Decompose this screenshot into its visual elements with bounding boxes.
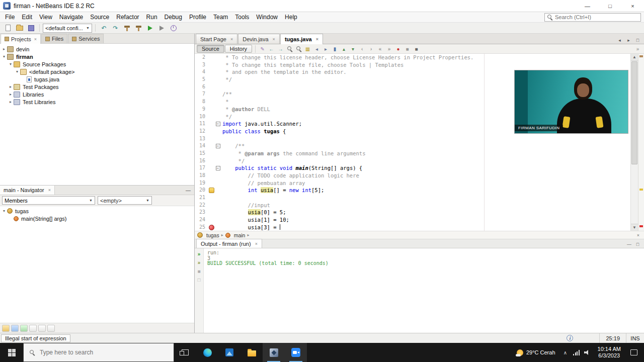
- open-project-icon[interactable]: [14, 23, 25, 33]
- photos-button[interactable]: [218, 343, 240, 362]
- warning-icon[interactable]: [208, 187, 215, 194]
- maximize-button[interactable]: □: [599, 0, 621, 12]
- code-line[interactable]: 18 // TODO code application logic here: [195, 172, 630, 179]
- taskbar-clock[interactable]: 10:14 AM 6/3/2023: [593, 346, 625, 359]
- menu-view[interactable]: View: [36, 13, 56, 22]
- netbeans-button[interactable]: [263, 343, 285, 362]
- expand-icon[interactable]: ▸: [8, 84, 14, 89]
- code-text[interactable]: [221, 194, 630, 202]
- menu-edit[interactable]: Edit: [18, 13, 36, 22]
- error-stripe-caret-mark[interactable]: [639, 55, 643, 57]
- code-text[interactable]: public static void main(String[] args) {: [221, 164, 630, 172]
- uncomment-icon[interactable]: ›: [367, 45, 375, 53]
- error-icon[interactable]: [208, 224, 215, 231]
- output-text[interactable]: run:3BUILD SUCCESSFUL (total time: 0 sec…: [204, 248, 644, 333]
- weather-widget[interactable]: 29°C Cerah: [512, 349, 560, 356]
- close-navigator-icon[interactable]: ×: [48, 188, 51, 193]
- insert-mode-toggle[interactable]: INS: [626, 333, 644, 343]
- view-source-button[interactable]: Source: [197, 45, 224, 53]
- breakpoint-icon[interactable]: ●: [394, 45, 403, 53]
- inspect-combo[interactable]: <empty> ▼: [98, 196, 152, 205]
- code-line[interactable]: 17− public static void main(String[] arg…: [195, 164, 630, 172]
- error-stripe-warning-mark[interactable]: [639, 189, 643, 191]
- show-inherited-icon[interactable]: [2, 325, 10, 332]
- editor-tab-start-page[interactable]: Start Page×: [196, 34, 237, 44]
- code-text[interactable]: // pembuatan array: [221, 179, 630, 187]
- menu-run[interactable]: Run: [143, 13, 161, 22]
- sort-by-source-icon[interactable]: [47, 325, 55, 332]
- code-line[interactable]: 19 // pembuatan array: [195, 179, 630, 187]
- build-project-icon[interactable]: [122, 23, 132, 33]
- code-text[interactable]: usia[3] =: [221, 224, 630, 231]
- code-text[interactable]: // TODO code application logic here: [221, 172, 630, 179]
- editor-tab-tugas-java[interactable]: tugas.java×: [280, 34, 323, 44]
- tree-item-test-libraries[interactable]: ▸Test Libraries: [0, 98, 194, 106]
- tree-item-firman[interactable]: ▾firman: [0, 53, 194, 60]
- code-text[interactable]: usia[0] = 5;: [221, 209, 630, 216]
- profile-project-icon[interactable]: [168, 23, 179, 33]
- task-view-button[interactable]: [174, 343, 196, 362]
- code-line[interactable]: 23 usia[0] = 5;: [195, 209, 630, 216]
- scroll-down-icon[interactable]: ▼: [631, 224, 638, 231]
- notifications-icon[interactable]: [567, 335, 573, 341]
- code-line[interactable]: 13: [195, 135, 630, 143]
- redo-icon[interactable]: ↷: [110, 23, 121, 33]
- code-line[interactable]: 14− /**: [195, 142, 630, 150]
- rerun-debug-icon[interactable]: »: [196, 259, 203, 266]
- tree-item-tugas-java[interactable]: tugas.java: [0, 75, 194, 83]
- scroll-tabs-left-icon[interactable]: ◂: [615, 36, 624, 44]
- volume-icon[interactable]: [582, 343, 593, 362]
- code-text[interactable]: int usia[] = new int[5];: [221, 187, 630, 194]
- chevron-up-icon[interactable]: ∧: [560, 343, 571, 362]
- code-line[interactable]: 22 //input: [195, 202, 630, 209]
- code-text[interactable]: usia[1] = 10;: [221, 216, 630, 224]
- breadcrumb-item-tugas[interactable]: tugas: [197, 232, 219, 238]
- tree-item-libraries[interactable]: ▸Libraries: [0, 90, 194, 98]
- fold-toggle-icon[interactable]: −: [215, 120, 221, 128]
- fold-toggle-icon[interactable]: −: [215, 142, 221, 150]
- minimize-output-icon[interactable]: —: [625, 240, 633, 248]
- debug-project-icon[interactable]: [156, 23, 167, 33]
- expand-icon[interactable]: ▸: [1, 47, 7, 51]
- collapse-icon[interactable]: ▾: [1, 209, 7, 213]
- close-tab-icon[interactable]: ×: [316, 37, 318, 42]
- restore-output-icon[interactable]: □: [633, 240, 642, 248]
- back-icon[interactable]: ←: [267, 45, 276, 53]
- close-output-icon[interactable]: ×: [255, 241, 258, 246]
- code-line[interactable]: 3 * To change this template file, choose…: [195, 61, 630, 69]
- code-text[interactable]: * To change this template file, choose T…: [221, 61, 630, 69]
- stop-run-icon[interactable]: ■: [196, 268, 203, 275]
- view-history-button[interactable]: History: [225, 45, 252, 53]
- code-text[interactable]: * @param args the command line arguments: [221, 150, 630, 157]
- code-line[interactable]: 25 usia[3] =: [195, 224, 630, 231]
- toggle-bookmark-icon[interactable]: ▮: [331, 45, 339, 53]
- file-explorer-button[interactable]: [240, 343, 263, 362]
- clear-output-icon[interactable]: □: [196, 277, 203, 283]
- sort-alphabetically-icon[interactable]: [38, 325, 46, 332]
- indent-right-icon[interactable]: »: [385, 45, 393, 53]
- find-icon[interactable]: [285, 45, 294, 53]
- show-public-only-icon[interactable]: [29, 325, 37, 332]
- run-project-icon[interactable]: [145, 23, 155, 33]
- taskbar-search-input[interactable]: [40, 349, 168, 356]
- menu-window[interactable]: Window: [253, 13, 281, 22]
- close-tab-icon[interactable]: ×: [34, 37, 37, 42]
- close-icon[interactable]: ×: [635, 233, 641, 238]
- code-line[interactable]: 21: [195, 194, 630, 202]
- rerun-icon[interactable]: »: [196, 251, 203, 257]
- scroll-tabs-right-icon[interactable]: ▸: [624, 36, 633, 44]
- menu-navigate[interactable]: Navigate: [56, 13, 87, 22]
- stop-macro-icon[interactable]: ■: [412, 45, 421, 53]
- action-center-button[interactable]: [625, 349, 642, 355]
- collapse-icon[interactable]: ▾: [1, 54, 7, 59]
- maximize-editor-icon[interactable]: □: [633, 36, 642, 44]
- expand-icon[interactable]: ▸: [8, 92, 14, 97]
- tree-item-source-packages[interactable]: ▾Source Packages: [0, 60, 194, 68]
- menu-refactor[interactable]: Refactor: [113, 13, 142, 22]
- menu-tools[interactable]: Tools: [231, 13, 253, 22]
- tree-item-main-string-args[interactable]: main(String[] args): [0, 215, 194, 222]
- network-icon[interactable]: [571, 343, 582, 362]
- navigator-tab[interactable]: main - Navigator ×: [0, 186, 55, 195]
- tree-item-default-package[interactable]: ▾<default package>: [0, 68, 194, 75]
- ide-search-input[interactable]: [555, 14, 638, 20]
